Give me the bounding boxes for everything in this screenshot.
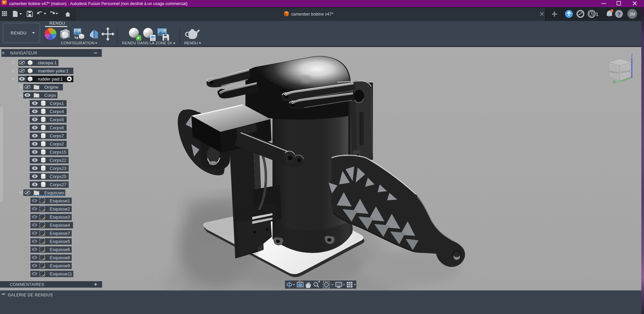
svg-text:Corps6: Corps6 (50, 125, 64, 130)
svg-text:Esquisse1: Esquisse1 (50, 198, 70, 203)
svg-text:Corps4: Corps4 (50, 109, 64, 114)
svg-text:Esquisse3: Esquisse3 (50, 215, 70, 220)
svg-text:RENDU: RENDU (11, 31, 27, 36)
svg-text:Corps23: Corps23 (50, 166, 66, 171)
svg-text:Esquisse6: Esquisse6 (50, 247, 70, 252)
svg-text:JM: JM (629, 12, 635, 17)
svg-text:Corps2: Corps2 (50, 141, 64, 147)
svg-text:Corps27: Corps27 (50, 182, 66, 187)
svg-text:Corps22: Corps22 (50, 158, 66, 163)
svg-text:CONFIGURATION: CONFIGURATION (61, 41, 95, 45)
svg-text:RENDU: RENDU (184, 41, 198, 45)
svg-text:RENDU DANS LA ZONE DI...: RENDU DANS LA ZONE DI... (122, 41, 175, 45)
svg-text:Corps: Corps (44, 93, 56, 98)
svg-text:1: 1 (596, 11, 598, 17)
svg-text:Esquisse11: Esquisse11 (50, 271, 72, 276)
svg-text:Esquisse4: Esquisse4 (50, 223, 70, 228)
svg-text:Corps25: Corps25 (50, 174, 66, 179)
svg-text:Corps15: Corps15 (50, 150, 66, 155)
svg-text:?: ? (617, 11, 620, 17)
svg-text:Esquisse8: Esquisse8 (50, 255, 70, 260)
svg-text:COMMENTAIRES: COMMENTAIRES (10, 282, 44, 287)
svg-text:NAVIGATEUR: NAVIGATEUR (10, 51, 37, 55)
svg-text:Origine: Origine (44, 85, 58, 90)
svg-text:Esquisse9: Esquisse9 (50, 263, 70, 268)
svg-text:camenber bobine v47* (maison): camenber bobine v47* (maison) - Autodesk… (9, 1, 188, 6)
svg-text:GALERIE DE RENDUS: GALERIE DE RENDUS (8, 293, 53, 297)
svg-text:Z: Z (631, 54, 633, 58)
svg-text:Esquisse2: Esquisse2 (50, 206, 70, 211)
svg-text:Esquisse7: Esquisse7 (50, 231, 70, 236)
svg-text:Esquisse5: Esquisse5 (50, 239, 70, 244)
svg-text:RENDU: RENDU (49, 21, 65, 26)
svg-text:clecepa:1: clecepa:1 (38, 60, 57, 65)
svg-text:Corps1: Corps1 (50, 101, 64, 106)
svg-text:rudder pad:1: rudder pad:1 (38, 76, 63, 82)
svg-text:Esquisses: Esquisses (44, 190, 65, 195)
svg-text:Corps7: Corps7 (50, 133, 64, 138)
svg-text:camenber bobine v47*: camenber bobine v47* (291, 12, 333, 17)
svg-text:Corps5: Corps5 (50, 117, 64, 122)
svg-text:maintien yoke:1: maintien yoke:1 (38, 68, 69, 73)
svg-text:F: F (3, 1, 5, 4)
